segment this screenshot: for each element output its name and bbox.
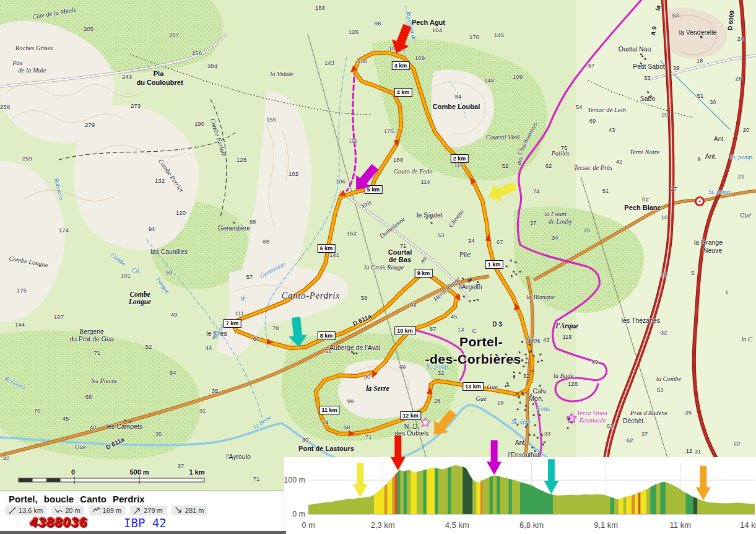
slope-band xyxy=(626,496,632,514)
slope-band xyxy=(424,470,427,514)
slope-band xyxy=(520,482,553,514)
stat-value: 281 m xyxy=(185,507,204,514)
slope-band xyxy=(497,476,500,514)
x-axis-tick-label: 9,1 km xyxy=(594,520,618,530)
track-id: 4388036 xyxy=(30,514,87,530)
x-axis-tick-label: 2,3 km xyxy=(371,520,395,530)
slope-band xyxy=(404,470,407,514)
slope-band xyxy=(641,489,647,514)
stat-chip: 279 m xyxy=(130,506,167,515)
slope-band xyxy=(619,497,623,514)
slope-band xyxy=(427,468,435,514)
route-title: Portel, boucle Canto Perdrix xyxy=(9,494,145,504)
x-axis-tick-label: 11 km xyxy=(670,520,691,530)
slope-band xyxy=(398,470,400,515)
slope-band xyxy=(490,476,493,514)
elevation-gain-icon xyxy=(134,507,141,514)
x-axis-tick-label: 0 m xyxy=(302,520,315,530)
stat-value: 169 m xyxy=(103,507,122,514)
elevation-profile-panel: 0 m2,3 km4,5 km6,8 km9,1 km11 km14 km0 m… xyxy=(284,457,756,534)
slope-band xyxy=(638,492,641,514)
map-canvas xyxy=(0,0,756,534)
x-axis-tick-label: 6,8 km xyxy=(519,520,544,530)
max-altitude-icon xyxy=(93,507,100,514)
slope-band xyxy=(632,494,635,514)
slope-band xyxy=(387,478,393,514)
stat-value: 20 m xyxy=(65,507,80,514)
min-altitude-icon xyxy=(55,507,63,514)
slope-band xyxy=(635,493,638,514)
elevation-loss-icon xyxy=(175,507,183,514)
route-info-panel: Portel, boucle Canto Perdrix 13,6 km20 m… xyxy=(0,491,284,534)
slope-band xyxy=(385,483,387,514)
slope-band xyxy=(393,475,395,514)
slope-band xyxy=(610,497,614,514)
slope-band xyxy=(395,472,398,514)
stat-value: 13,6 km xyxy=(19,507,43,514)
slope-band xyxy=(660,482,666,514)
slope-band xyxy=(480,480,483,514)
slope-band xyxy=(693,497,697,514)
topo-map[interactable]: Côte de la Meule205Roches GrisesPasde la… xyxy=(0,0,756,534)
x-axis-tick-label: 14 km xyxy=(740,520,756,530)
gps-track-viewer: Côte de la Meule205Roches GrisesPasde la… xyxy=(0,0,756,534)
slope-band xyxy=(686,493,693,515)
stat-chip: 281 m xyxy=(172,506,208,515)
stat-chip: 169 m xyxy=(89,506,126,515)
stat-value: 279 m xyxy=(144,507,163,514)
slope-band xyxy=(435,468,438,514)
y-axis-tick-label: 0 m xyxy=(292,510,305,519)
slope-band xyxy=(476,482,480,515)
slope-band xyxy=(508,479,511,514)
slope-band xyxy=(650,484,656,514)
slope-band xyxy=(463,467,472,515)
slope-band xyxy=(448,466,451,514)
y-axis-tick-label: 100 m xyxy=(284,476,305,484)
distance-icon xyxy=(9,507,16,514)
window-edge xyxy=(0,531,286,534)
slope-band xyxy=(374,486,385,514)
elevation-chart: 0 m2,3 km4,5 km6,8 km9,1 km11 km14 km0 m… xyxy=(284,457,756,534)
x-axis-tick-label: 4,5 km xyxy=(445,520,469,530)
slope-band xyxy=(411,471,417,514)
ibp-index: IBP 42 xyxy=(124,516,167,530)
